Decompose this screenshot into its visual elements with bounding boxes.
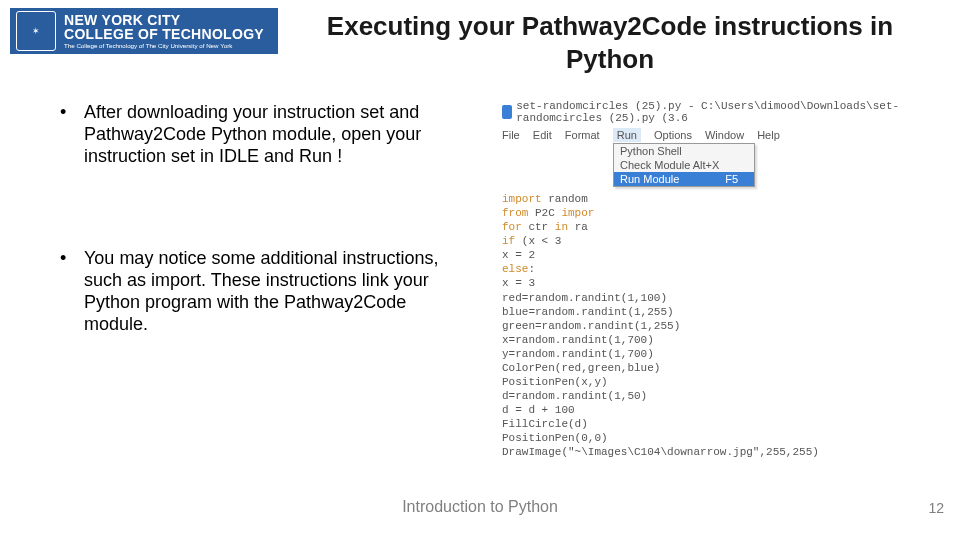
code-editor: import random from P2C impor for ctr in … <box>502 192 922 459</box>
bullet-item: • You may notice some additional instruc… <box>60 248 470 336</box>
logo-line1: NEW YORK CITY <box>64 13 264 27</box>
menu-bar: File Edit Format Run Options Window Help… <box>502 128 922 142</box>
code-line: DrawImage("~\Images\C104\downarrow.jpg",… <box>502 445 922 459</box>
run-module-label: Run Module <box>620 173 679 185</box>
python-icon <box>502 105 512 119</box>
code-line: blue=random.randint(1,255) <box>502 305 922 319</box>
slide-body: • After downloading your instruction set… <box>60 102 470 416</box>
code-line: d = d + 100 <box>502 403 922 417</box>
menu-edit[interactable]: Edit <box>533 129 552 141</box>
code-line: if (x < 3 <box>502 234 922 248</box>
code-line: else: <box>502 262 922 276</box>
code-line: PositionPen(x,y) <box>502 375 922 389</box>
run-module-key: F5 <box>725 173 738 185</box>
logo-line2: COLLEGE OF TECHNOLOGY <box>64 27 264 41</box>
code-line: x = 3 <box>502 276 922 290</box>
menu-format[interactable]: Format <box>565 129 600 141</box>
code-line: from P2C impor <box>502 206 922 220</box>
code-line: for ctr in ra <box>502 220 922 234</box>
code-line: ColorPen(red,green,blue) <box>502 361 922 375</box>
run-menu-check[interactable]: Check Module Alt+X <box>614 158 754 172</box>
run-menu-shell[interactable]: Python Shell <box>614 144 754 158</box>
bullet-item: • After downloading your instruction set… <box>60 102 470 168</box>
menu-run[interactable]: Run <box>613 128 641 142</box>
code-line: import random <box>502 192 922 206</box>
code-line: PositionPen(0,0) <box>502 431 922 445</box>
code-line: x = 2 <box>502 248 922 262</box>
logo-text: NEW YORK CITY COLLEGE OF TECHNOLOGY The … <box>64 13 264 50</box>
run-dropdown: Python Shell Check Module Alt+X Run Modu… <box>613 143 755 187</box>
window-title-text: set-randomcircles (25).py - C:\Users\dim… <box>516 100 922 124</box>
code-line: y=random.randint(1,700) <box>502 347 922 361</box>
menu-window[interactable]: Window <box>705 129 744 141</box>
code-line: FillCircle(d) <box>502 417 922 431</box>
seal-icon: ✶ <box>16 11 56 51</box>
bullet-dot-icon: • <box>60 248 84 336</box>
code-line: x=random.randint(1,700) <box>502 333 922 347</box>
bullet-dot-icon: • <box>60 102 84 168</box>
bullet-text: After downloading your instruction set a… <box>84 102 470 168</box>
code-line: red=random.randint(1,100) <box>502 291 922 305</box>
menu-file[interactable]: File <box>502 129 520 141</box>
footer-text: Introduction to Python <box>0 498 960 516</box>
window-titlebar: set-randomcircles (25).py - C:\Users\dim… <box>502 100 922 124</box>
page-number: 12 <box>928 500 944 516</box>
logo-line3: The College of Technology of The City Un… <box>64 43 264 49</box>
menu-options[interactable]: Options <box>654 129 692 141</box>
run-menu-runmodule[interactable]: Run Module F5 <box>614 172 754 186</box>
college-logo: ✶ NEW YORK CITY COLLEGE OF TECHNOLOGY Th… <box>10 8 278 54</box>
slide-title: Executing your Pathway2Code instructions… <box>300 10 920 75</box>
menu-help[interactable]: Help <box>757 129 780 141</box>
code-line: d=random.randint(1,50) <box>502 389 922 403</box>
bullet-text: You may notice some additional instructi… <box>84 248 470 336</box>
code-line: green=random.randint(1,255) <box>502 319 922 333</box>
idle-screenshot: set-randomcircles (25).py - C:\Users\dim… <box>502 100 922 459</box>
